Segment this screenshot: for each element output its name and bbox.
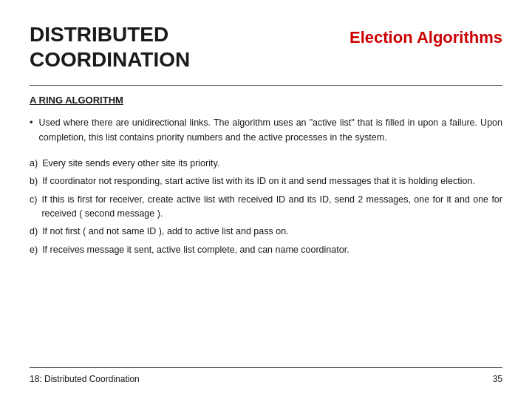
bullet-item: • Used where there are unidirectional li… [30,116,502,145]
section-heading: A RING ALGORITHM [30,95,502,106]
list-section: a) Every site sends every other site its… [30,157,502,257]
bullet-section: • Used where there are unidirectional li… [30,116,502,145]
bullet-text: Used where there are unidirectional link… [39,116,502,145]
list-label-d: d) [30,225,38,239]
bullet-dot: • [30,117,33,128]
footer-page: 35 [493,374,502,384]
list-text-e: If receives message it sent, active list… [42,243,349,257]
footer: 18: Distributed Coordination 35 [30,367,502,384]
list-text-a: Every site sends every other site its pr… [42,157,219,171]
list-text-b: If coordinator not responding, start act… [42,174,475,188]
header-divider [30,85,502,86]
title-block: DISTRIBUTED COORDINATION [30,22,190,72]
header: DISTRIBUTED COORDINATION Election Algori… [30,22,502,72]
list-label-a: a) [30,157,38,171]
slide: DISTRIBUTED COORDINATION Election Algori… [0,0,532,399]
list-text-c: If this is first for receiver, create ac… [41,193,502,222]
list-label-b: b) [30,174,38,188]
list-label-e: e) [30,243,38,257]
list-item: a) Every site sends every other site its… [30,157,502,171]
list-label-c: c) [30,193,37,207]
main-title-line2: COORDINATION [30,47,190,72]
list-item: b) If coordinator not responding, start … [30,174,502,188]
main-title-line1: DISTRIBUTED [30,22,190,47]
list-text-d: If not first ( and not same ID ), add to… [42,225,289,239]
right-title: Election Algorithms [349,28,502,47]
footer-text: 18: Distributed Coordination [30,374,140,384]
list-item: c) If this is first for receiver, create… [30,193,502,222]
list-item: e) If receives message it sent, active l… [30,243,502,257]
list-item: d) If not first ( and not same ID ), add… [30,225,502,239]
